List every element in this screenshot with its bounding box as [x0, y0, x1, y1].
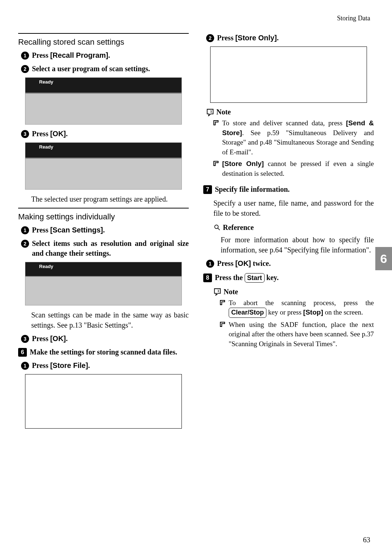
step-G: 7 Specify file information.	[203, 185, 374, 194]
bullet-icon	[213, 161, 219, 166]
text: To store and deliver scanned data, press	[222, 119, 346, 127]
text: Press	[32, 130, 50, 138]
note-h-item-2: When using the SADF function, place the …	[220, 320, 374, 349]
heading-recall: Recalling stored scan settings	[18, 37, 189, 47]
screenshot-ready-label: Ready	[39, 264, 53, 269]
ok-button-label: [OK]	[50, 130, 66, 138]
step-text: Specify file information.	[215, 185, 374, 194]
bullet-icon	[213, 120, 219, 125]
bullet-1-icon: 1	[206, 260, 214, 268]
store-only-button-label: [Store Only]	[235, 34, 277, 42]
text: on the screen.	[323, 308, 363, 316]
bullet-1-icon: 1	[21, 362, 29, 370]
text: twice.	[251, 259, 271, 267]
step-G-body: Specify a user name, file name, and pass…	[213, 198, 374, 218]
screenshot-scan-settings: Ready	[25, 262, 182, 305]
reference-body: For more information about how to specif…	[221, 235, 374, 255]
screenshot-ready-label: Ready	[39, 144, 53, 150]
note-heading: Note	[206, 108, 374, 116]
step-8-icon: 8	[203, 274, 212, 282]
note-item-2: [Store Only] cannot be pressed if even a…	[213, 159, 374, 178]
bullet-icon	[220, 322, 225, 327]
step-3-body: The selected user program settings are a…	[31, 194, 189, 204]
step-making-3: 3 Press [OK].	[21, 334, 189, 344]
store-file-button-label: [Store File]	[50, 361, 88, 369]
heading-making: Making settings individually	[18, 212, 189, 222]
bullet-2-icon: 2	[21, 240, 29, 248]
svg-line-1	[218, 228, 220, 230]
step-text: Select a user program of scan settings.	[32, 64, 189, 74]
screenshot-blank-store-file	[25, 374, 182, 429]
step-7-icon: 7	[203, 185, 212, 194]
text: .	[108, 51, 110, 59]
text: .	[88, 361, 90, 369]
stop-button-label: [Stop]	[303, 308, 323, 316]
text: Press	[32, 226, 50, 234]
page-header-section: Storing Data	[18, 15, 374, 22]
note-icon	[206, 108, 214, 116]
text: Press	[217, 34, 235, 42]
step-text: Select items such as resolution and orig…	[32, 239, 189, 258]
page-number: 63	[363, 536, 370, 544]
step-F: 6 Make the settings for storing scanned …	[18, 347, 189, 357]
store-only-button-label: [Store Only]	[222, 160, 264, 167]
text: Press	[217, 259, 235, 267]
step-making-1: 1 Press [Scan Settings].	[21, 225, 189, 235]
step-recall-2: 2 Select a user program of scan settings…	[21, 64, 189, 74]
screenshot-blank-store-only	[210, 46, 367, 103]
reference-icon	[213, 224, 221, 231]
text: .	[103, 226, 105, 234]
bullet-1-icon: 1	[21, 226, 29, 234]
text: Press	[32, 361, 50, 369]
chapter-tab: 6	[375, 247, 392, 270]
right-column: 2 Press [Store Only]. Note To store and …	[203, 29, 374, 433]
bullet-3-icon: 3	[21, 130, 29, 138]
step-recall-3: 3 Press [OK].	[21, 129, 189, 139]
scan-settings-button-label: [Scan Settings]	[50, 226, 103, 234]
note-item-1: To store and deliver scanned data, press…	[213, 118, 374, 157]
bullet-2-icon: 2	[206, 34, 214, 42]
text: Press	[32, 51, 50, 59]
text: key or press	[266, 308, 303, 316]
text: key.	[265, 274, 279, 281]
text: When using the SADF function, place the …	[229, 320, 374, 349]
reference-label: Reference	[223, 223, 254, 232]
bullet-3-icon: 3	[21, 335, 29, 343]
note-h-item-1: To abort the scanning process, press the…	[220, 298, 374, 318]
text: .	[277, 34, 279, 42]
text: . See p.59 "Simultaneous Delivery and St…	[222, 129, 374, 156]
bullet-icon	[220, 300, 225, 305]
text: Press	[32, 335, 50, 343]
start-key: Start	[245, 273, 265, 283]
recall-program-button-label: [Recall Program]	[50, 51, 108, 59]
note-heading-2: Note	[213, 288, 374, 296]
step-6-icon: 6	[18, 348, 27, 357]
text: .	[66, 130, 68, 138]
step-text: Make the settings for storing scanned da…	[30, 347, 189, 357]
step-H: 8 Press the Start key.	[203, 273, 374, 283]
step-store-only: 2 Press [Store Only].	[206, 33, 374, 43]
step-ok-twice: 1 Press [OK] twice.	[206, 259, 374, 268]
bullet-2-icon: 2	[21, 65, 29, 73]
bullet-1-icon: 1	[21, 52, 29, 60]
note-label: Note	[224, 288, 238, 296]
screenshot-recall-program: Ready	[25, 77, 182, 125]
note-label: Note	[216, 108, 231, 116]
ok-button-label: [OK]	[50, 335, 66, 343]
step-store-file: 1 Press [Store File].	[21, 361, 189, 370]
reference-heading: Reference	[213, 223, 374, 232]
two-column-layout: Recalling stored scan settings 1 Press […	[18, 29, 374, 433]
divider	[18, 208, 189, 208]
step-making-2-body: Scan settings can be made in the same wa…	[31, 310, 189, 330]
screenshot-recall-ok: Ready	[25, 142, 182, 190]
text: Press the	[215, 274, 245, 281]
clear-stop-key: Clear/Stop	[229, 308, 266, 317]
text: To abort the scanning process, press the	[229, 299, 374, 307]
left-column: Recalling stored scan settings 1 Press […	[18, 29, 189, 433]
screenshot-ready-label: Ready	[39, 79, 53, 85]
step-recall-1: 1 Press [Recall Program].	[21, 50, 189, 60]
text: .	[66, 335, 68, 343]
note-icon	[213, 288, 221, 296]
step-making-2: 2 Select items such as resolution and or…	[21, 239, 189, 258]
ok-button-label: [OK]	[235, 259, 251, 267]
